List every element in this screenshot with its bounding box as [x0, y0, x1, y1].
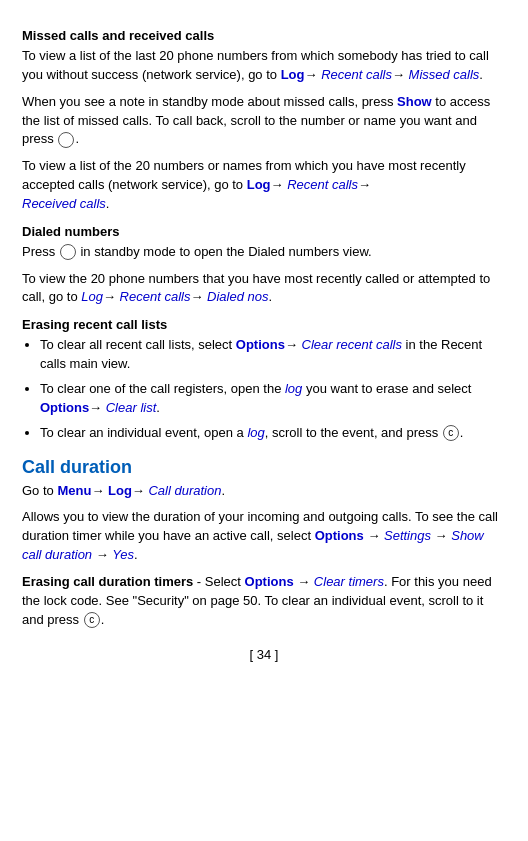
para-missed-calls-2: When you see a note in standby mode abou… — [22, 93, 506, 150]
section-missed-calls: Missed calls and received calls To view … — [22, 28, 506, 214]
call-icon-1 — [58, 132, 74, 148]
heading-erasing: Erasing recent call lists — [22, 317, 506, 332]
erasing-bullet-list: To clear all recent call lists, select O… — [40, 336, 506, 442]
section-dialed-numbers: Dialed numbers Press in standby mode to … — [22, 224, 506, 308]
para-dialed-1: Press in standby mode to open the Dialed… — [22, 243, 506, 262]
section-erasing: Erasing recent call lists To clear all r… — [22, 317, 506, 442]
para-call-duration-2: Allows you to view the duration of your … — [22, 508, 506, 565]
para-call-duration-3: Erasing call duration timers - Select Op… — [22, 573, 506, 630]
heading-call-duration: Call duration — [22, 457, 506, 478]
para-missed-calls-1: To view a list of the last 20 phone numb… — [22, 47, 506, 85]
page-number: [ 34 ] — [22, 647, 506, 662]
heading-dialed-numbers: Dialed numbers — [22, 224, 506, 239]
clear-icon: c — [84, 612, 100, 628]
bullet-item-1: To clear all recent call lists, select O… — [40, 336, 506, 374]
para-missed-calls-3: To view a list of the 20 numbers or name… — [22, 157, 506, 214]
bullet-item-3: To clear an individual event, open a log… — [40, 424, 506, 443]
para-call-duration-1: Go to Menu→ Log→ Call duration. — [22, 482, 506, 501]
section-call-duration: Call duration Go to Menu→ Log→ Call dura… — [22, 457, 506, 630]
heading-missed-calls: Missed calls and received calls — [22, 28, 506, 43]
para-dialed-2: To view the 20 phone numbers that you ha… — [22, 270, 506, 308]
menu-icon: c — [443, 425, 459, 441]
bullet-item-2: To clear one of the call registers, open… — [40, 380, 506, 418]
call-icon-2 — [60, 244, 76, 260]
